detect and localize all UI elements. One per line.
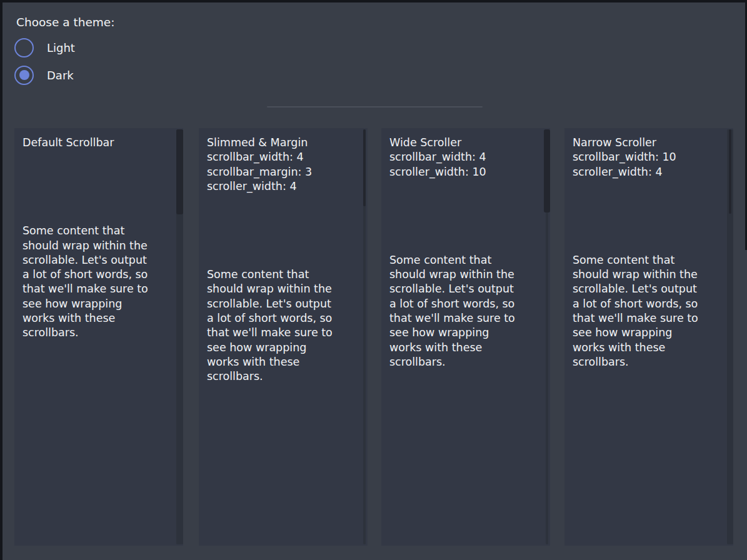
- panel-title: Narrow Scroller: [573, 136, 718, 150]
- scrollbar-track[interactable]: [363, 129, 366, 544]
- body-line: see how wrapping: [23, 297, 168, 311]
- scrollable-content[interactable]: Wide Scrollerscrollbar_width: 4scroller_…: [381, 128, 550, 546]
- config-line: scroller_width: 10: [389, 165, 535, 179]
- body-line: see how wrapping: [389, 326, 535, 340]
- body-line: Some content that: [389, 253, 535, 268]
- body-line: should wrap within the: [389, 268, 535, 282]
- panel-body-text: Some content thatshould wrap within thes…: [207, 268, 353, 384]
- body-line: scrollable. Let's output: [23, 253, 168, 268]
- body-line: scrollbars.: [23, 326, 168, 340]
- panel-title: Default Scrollbar: [23, 136, 168, 150]
- window-border-top: [0, 0, 747, 2]
- config-line: scrollbar_width: 4: [207, 150, 353, 164]
- body-line: that we'll make sure to: [207, 326, 353, 340]
- radio-label-dark[interactable]: Dark: [47, 69, 74, 82]
- radio-dot: [19, 70, 29, 80]
- config-line: scrollbar_width: 10: [573, 150, 718, 164]
- radio-label-light[interactable]: Light: [47, 41, 75, 54]
- body-line: Some content that: [207, 268, 353, 282]
- panel-title: Wide Scroller: [389, 136, 535, 150]
- scrollable-content[interactable]: Slimmed & Marginscrollbar_width: 4scroll…: [199, 128, 368, 546]
- config-line: scrollbar_margin: 3: [207, 165, 353, 179]
- scrollbar-thumb[interactable]: [363, 129, 366, 206]
- section-divider: [267, 106, 483, 108]
- theme-chooser: Choose a theme: LightDark: [14, 15, 114, 89]
- body-line: scrollbars.: [389, 355, 535, 369]
- scrollbar-track[interactable]: [546, 129, 548, 544]
- theme-prompt: Choose a theme:: [16, 15, 114, 30]
- body-line: Some content that: [23, 224, 168, 238]
- body-line: works with these: [23, 311, 168, 326]
- body-line: see how wrapping: [573, 326, 718, 340]
- radio-dot: [19, 42, 29, 52]
- panel-body-text: Some content thatshould wrap within thes…: [573, 253, 718, 369]
- scrollable-content[interactable]: Narrow Scrollerscrollbar_width: 10scroll…: [564, 128, 733, 546]
- config-line: scrollbar_width: 4: [389, 150, 535, 164]
- body-line: scrollbars.: [573, 355, 718, 369]
- body-line: scrollbars.: [207, 369, 353, 384]
- body-line: scrollable. Let's output: [207, 297, 353, 311]
- config-line: scroller_width: 4: [573, 165, 718, 179]
- panel-slimmed-margin: Slimmed & Marginscrollbar_width: 4scroll…: [199, 128, 368, 546]
- config-line: scroller_width: 4: [207, 179, 353, 194]
- radio-checked-icon[interactable]: [14, 66, 34, 85]
- body-line: works with these: [207, 355, 353, 369]
- panel-narrow-scroller: Narrow Scrollerscrollbar_width: 10scroll…: [564, 128, 733, 546]
- body-line: works with these: [573, 341, 718, 355]
- body-line: that we'll make sure to: [23, 282, 168, 296]
- body-line: see how wrapping: [207, 341, 353, 355]
- panel-title: Slimmed & Margin: [207, 136, 353, 150]
- body-line: a lot of short words, so: [23, 268, 168, 282]
- body-line: should wrap within the: [573, 268, 718, 282]
- body-line: a lot of short words, so: [207, 311, 353, 326]
- radio-option-light[interactable]: Light: [14, 34, 114, 61]
- body-line: works with these: [389, 341, 535, 355]
- scrollbar-thumb[interactable]: [544, 129, 550, 212]
- theme-radio-group: LightDark: [14, 34, 114, 89]
- scrollbar-thumb[interactable]: [729, 129, 731, 214]
- scrollable-content[interactable]: Default ScrollbarSome content thatshould…: [14, 128, 183, 546]
- panel-body-text: Some content thatshould wrap within thes…: [389, 253, 535, 369]
- body-line: scrollable. Let's output: [573, 282, 718, 296]
- body-line: scrollable. Let's output: [389, 282, 535, 296]
- radio-option-dark[interactable]: Dark: [14, 61, 114, 89]
- body-line: Some content that: [573, 253, 718, 268]
- panel-body-text: Some content thatshould wrap within thes…: [23, 224, 168, 340]
- body-line: that we'll make sure to: [573, 311, 718, 326]
- window-border-left: [0, 0, 3, 560]
- panel-default-scrollbar: Default ScrollbarSome content thatshould…: [14, 128, 183, 546]
- panel-wide-scroller: Wide Scrollerscrollbar_width: 4scroller_…: [381, 128, 550, 546]
- scrollbar-track[interactable]: [176, 129, 183, 544]
- body-line: should wrap within the: [207, 282, 353, 296]
- body-line: should wrap within the: [23, 239, 168, 253]
- body-line: that we'll make sure to: [389, 311, 535, 326]
- scrollbar-thumb[interactable]: [176, 129, 183, 214]
- body-line: a lot of short words, so: [389, 297, 535, 311]
- radio-unchecked-icon[interactable]: [14, 38, 34, 58]
- body-line: a lot of short words, so: [573, 297, 718, 311]
- scrollbar-track[interactable]: [727, 129, 733, 544]
